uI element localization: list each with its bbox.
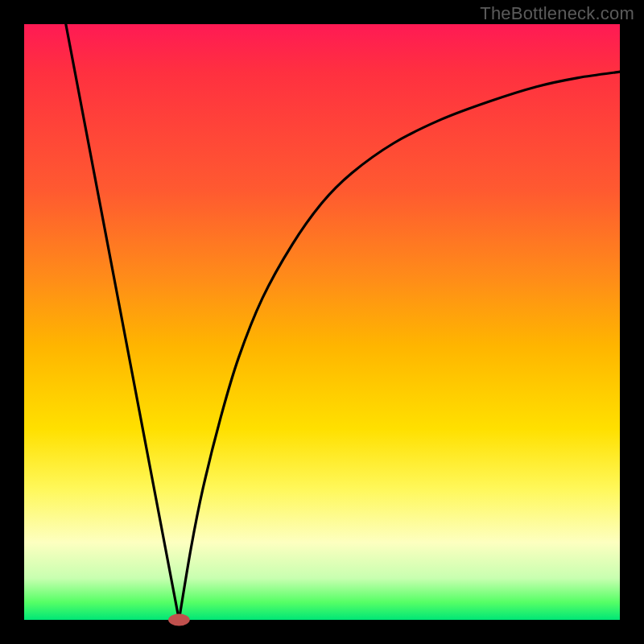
optimal-point-marker (168, 614, 190, 626)
chart-frame: TheBottleneck.com (0, 0, 644, 644)
bottleneck-curve (24, 24, 620, 620)
curve-left-branch (66, 24, 180, 620)
watermark-text: TheBottleneck.com (480, 3, 634, 24)
curve-right-branch (179, 72, 620, 620)
plot-area (24, 24, 620, 620)
